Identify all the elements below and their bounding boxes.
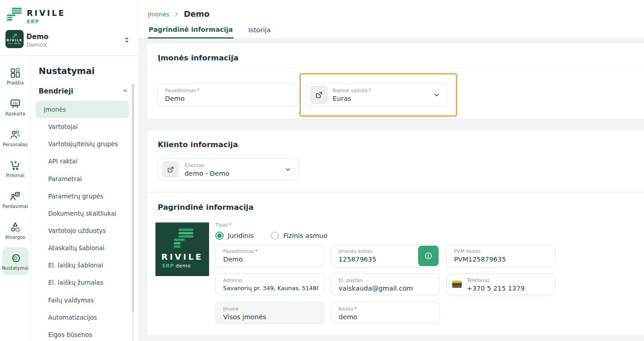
breadcrumb-parent-link[interactable]: Įmonės [148,11,169,18]
vat-code-value: PVM125879635 [454,256,549,263]
tab-pagrindine-informacija[interactable]: Pagrindinė informacija [148,26,234,39]
open-client-button[interactable] [162,161,179,178]
required-marker: * [197,88,199,93]
app-window: RIVILE ERP RIVILE ERP demo Demo DemoX [0,0,644,341]
rivile-logo-icon [170,228,195,249]
base-currency-select[interactable]: Bazinė valiuta* Euras [306,84,448,106]
tab-istorija[interactable]: Istorija [247,26,271,39]
required-marker: * [255,248,257,254]
nav-item-pardavimai[interactable]: Pardavimai [2,186,29,213]
client-value: demo - Demo [185,170,293,177]
company-scope-value: Visos įmonės [223,313,319,321]
sales-icon [10,191,21,202]
required-marker: * [229,222,231,227]
chevron-up-icon [122,87,128,95]
page-body: Įmonės informacija Pavadinimas* Demo Baz… [139,39,644,341]
company-switcher[interactable]: RIVILE ERP demo Demo DemoX [5,30,134,50]
name-value: Demo [223,256,319,263]
address-field[interactable]: Adresas Savanorių pr. 349, Kaunas, 51480 [215,273,324,295]
chevron-down-icon [285,166,291,173]
radio-juridinis[interactable]: Juridinis [215,232,254,240]
gear-icon [10,252,21,264]
email-field[interactable]: El. paštas vaiskauda@gmail.com [331,273,440,295]
nav-label: Atsargos [5,235,25,240]
menu-item-vartotojai[interactable]: Vartotojai [35,118,129,135]
vat-code-field[interactable]: PVM kodas PVM125879635 [446,244,555,267]
client-info-section: Kliento informacija Klientas demo - Demo [147,130,644,193]
sidebar: RIVILE ERP RIVILE ERP demo Demo DemoX [0,0,139,341]
external-link-icon [315,91,323,99]
nav-item-apskaita[interactable]: Apskaita [2,93,29,121]
verify-company-code-button[interactable] [418,246,439,266]
cart-icon [10,160,21,171]
menu-item-vartotojo-uzduotys[interactable]: Vartotojo užduotys [35,222,129,239]
radio-fizinis-asmuo[interactable]: Fizinis asmuo [271,232,327,240]
settings-menu-list: Įmonės Vartotojai Vartotojų/teisių grupė… [31,101,138,341]
email-value: vaiskauda@gmail.com [339,285,434,292]
phone-field[interactable]: Telefonas +370 5 215 1379 [446,273,555,295]
external-link-icon [167,166,175,173]
nav-item-pradzia[interactable]: Pradžia [2,62,29,90]
required-marker: * [354,306,356,311]
page-header: Įmonės Demo Pagrindinė informacija Istor… [139,0,644,39]
menu-item-el-laisku-zurnalas[interactable]: El. laiškų žurnalas [35,274,129,291]
company-info-card: Įmonės informacija Pavadinimas* Demo Baz… [146,43,644,119]
menu-item-ataskaitu-sablonai[interactable]: Ataskaitų šablonai [35,239,129,257]
company-name-field[interactable]: Pavadinimas* Demo [157,84,298,106]
sidebar-scrollbar[interactable] [132,84,134,312]
address-value: Savanorių pr. 349, Kaunas, 51480 [223,285,319,292]
rivile-mini-logo-icon [12,34,18,38]
accounting-board-icon [10,98,21,109]
nav-item-pirkimai[interactable]: Pirkimai [2,155,29,183]
client-select[interactable]: Klientas demo - Demo [158,158,299,180]
radio-selected-icon [215,232,224,240]
name-field[interactable]: Pavadinimas* Demo [215,244,324,267]
menu-item-el-laisku-sablonai[interactable]: El. laiškų šablonai [35,257,129,274]
breadcrumb: Įmonės Demo [148,10,210,19]
nav-item-personalas[interactable]: Personalas [2,124,29,152]
nav-item-nustatymai[interactable]: Nustatymai [2,247,29,275]
logo-title: RIVILE [161,252,203,262]
phone-value: +370 5 215 1379 [467,285,549,292]
company-code-field[interactable]: Įmonės kodas 125879635 [331,244,440,267]
menu-item-parametru-grupes[interactable]: Parametrų grupės [35,188,129,205]
chevron-down-icon [433,91,440,99]
main-info-title: Pagrindinė informacija [147,193,644,217]
rivile-logo-icon [6,7,23,21]
menu-item-eigos-busenos[interactable]: Eigos būsenos [35,326,129,341]
alert-circle-icon [424,252,433,260]
company-logo-image[interactable]: RIVILE ERP demo [155,222,209,276]
menu-item-failu-valdymas[interactable]: Failų valdymas [35,292,129,309]
menu-item-automatizacijos[interactable]: Automatizacijos [35,309,129,326]
sidebar-header: RIVILE ERP RIVILE ERP demo Demo DemoX [0,0,138,56]
menu-item-imones[interactable]: Įmonės [35,101,129,118]
nav-rail: Pradžia Apskaita [0,56,31,341]
inventory-shapes-icon [10,222,21,233]
base-currency-value: Euras [333,95,442,102]
code-field[interactable]: Kodas* demo [331,302,440,324]
menu-item-parametrai[interactable]: Parametrai [35,170,129,188]
company-name: Demo [26,33,49,41]
nav-label: Pardavimai [2,204,28,209]
settings-menu-panel: Nustatymai Bendrieji Įmonės Vartotojai V… [31,56,138,341]
menu-item-dokumentu-skaitliukai[interactable]: Dokumentų skaitliukai [35,205,129,222]
sidebar-body: Pradžia Apskaita [0,56,138,341]
required-marker: * [369,88,371,93]
unfold-more-icon[interactable] [123,35,131,47]
brand-subtitle: ERP [27,19,65,24]
people-icon [10,129,21,140]
menu-item-vartotoju-teisiu-grupes[interactable]: Vartotojų/teisių grupės [35,135,129,153]
menu-item-api-raktai[interactable]: API raktai [35,153,129,170]
company-avatar: RIVILE ERP demo [5,30,24,48]
company-name-value: Demo [165,95,292,102]
lithuania-flag-icon [452,281,462,288]
nav-label: Personalas [3,142,28,147]
main-content: Įmonės Demo Pagrindinė informacija Istor… [139,0,644,341]
open-currency-button[interactable] [310,86,328,104]
breadcrumb-chevron-icon [173,11,180,17]
nav-item-atsargos[interactable]: Atsargos [2,217,29,244]
type-field: Tipas* Juridinis Fizinis asmuo [215,222,327,240]
menu-group-bendrieji[interactable]: Bendrieji [39,87,128,95]
dashboard-icon [10,67,21,79]
settings-menu-title: Nustatymai [39,66,138,76]
